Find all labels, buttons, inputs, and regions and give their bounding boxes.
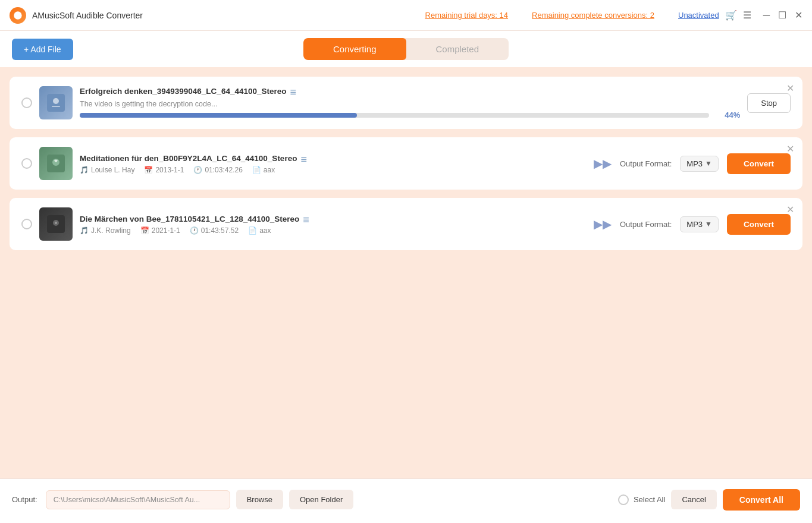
- card-item-2: ✕ Die Märchen von Bee_1781105421_LC_128_…: [10, 198, 802, 250]
- card-item-0: ✕ Erfolgreich denken_3949399046_LC_64_44…: [10, 77, 802, 129]
- date-icon-2: 📅: [140, 226, 149, 235]
- format-value-1: MP3: [686, 159, 703, 168]
- unactivated-button[interactable]: Unactivated: [678, 11, 719, 20]
- output-format-label-2: Output Format:: [620, 220, 672, 229]
- clock-icon-1: 🕐: [193, 166, 202, 174]
- output-path: C:\Users\micso\AMusicSoft\AMusicSoft Au.…: [46, 490, 230, 509]
- open-folder-button[interactable]: Open Folder: [289, 490, 353, 509]
- menu-icon[interactable]: ☰: [743, 10, 751, 21]
- card-meta-1: 🎵 Louise L. Hay 📅 2013-1-1 🕐 01:03:42.26…: [80, 166, 587, 174]
- forward-arrows-1: ▶▶: [594, 156, 612, 171]
- doc-icon-0: ≡: [290, 86, 296, 99]
- bottom-bar: Output: C:\Users\micso\AMusicSoft\AMusic…: [0, 478, 812, 520]
- progress-bar-fill-0: [80, 113, 357, 118]
- stop-button-0[interactable]: Stop: [747, 93, 791, 113]
- select-all-label: Select All: [634, 495, 665, 504]
- card-info-2: Die Märchen von Bee_1781105421_LC_128_44…: [80, 214, 587, 235]
- close-icon[interactable]: ✕: [795, 10, 802, 21]
- card-header-0: Erfolgreich denken_3949399046_LC_64_4410…: [21, 86, 791, 119]
- card-title-2: Die Märchen von Bee_1781105421_LC_128_44…: [80, 215, 299, 223]
- doc-icon-1: ≡: [300, 153, 307, 166]
- card-title-1: Meditationen für den_B00F9Y2L4A_LC_64_44…: [80, 154, 297, 163]
- progress-pct-0: 44%: [716, 111, 740, 119]
- duration-2: 🕐 01:43:57.52: [190, 226, 239, 235]
- maximize-icon[interactable]: ☐: [778, 10, 786, 21]
- file-icon-1: 📄: [252, 166, 261, 174]
- date-1: 📅 2013-1-1: [144, 166, 184, 174]
- format-chevron-1: ▼: [705, 159, 712, 168]
- card-header-1: Meditationen für den_B00F9Y2L4A_LC_64_44…: [21, 147, 791, 180]
- select-all-wrap: Select All: [618, 494, 665, 505]
- format-select-2[interactable]: MP3 ▼: [680, 216, 719, 232]
- tab-bar: + Add File Converting Completed: [0, 31, 812, 67]
- status-text-0: The video is getting the decryption code…: [80, 100, 740, 108]
- tab-converting[interactable]: Converting: [303, 38, 406, 60]
- author-1: 🎵 Louise L. Hay: [80, 166, 134, 174]
- select-radio-2[interactable]: [21, 219, 32, 229]
- close-card-0[interactable]: ✕: [786, 83, 794, 94]
- card-item-1: ✕ Meditationen für den_B00F9Y2L4A_LC_64_…: [10, 137, 802, 190]
- doc-icon-2: ≡: [303, 214, 309, 226]
- close-card-1[interactable]: ✕: [786, 143, 794, 155]
- select-all-radio[interactable]: [618, 494, 629, 505]
- app-title: AMusicSoft Audible Converter: [32, 11, 143, 20]
- format-select-1[interactable]: MP3 ▼: [680, 156, 719, 172]
- minimize-icon[interactable]: ─: [763, 10, 770, 21]
- trial-conversions: Remaining complete conversions: 2: [532, 11, 654, 20]
- svg-point-2: [53, 98, 59, 104]
- app-logo: [10, 7, 26, 24]
- queue-right-2: ▶▶ Output Format: MP3 ▼ Convert: [594, 214, 791, 235]
- progress-row-0: 44%: [80, 111, 740, 119]
- author-2: 🎵 J.K. Rowling: [80, 226, 131, 235]
- add-file-button[interactable]: + Add File: [12, 39, 73, 60]
- card-info-0: Erfolgreich denken_3949399046_LC_64_4410…: [80, 86, 740, 119]
- cancel-button[interactable]: Cancel: [671, 490, 716, 509]
- select-radio-1[interactable]: [21, 158, 32, 169]
- author-icon-1: 🎵: [80, 166, 89, 174]
- duration-1: 🕐 01:03:42.26: [193, 166, 242, 174]
- trial-days: Remaining trial days: 14: [425, 11, 508, 20]
- thumbnail-1: [39, 147, 73, 180]
- format-value-2: MP3: [686, 220, 703, 229]
- convert-button-1[interactable]: Convert: [727, 153, 791, 174]
- queue-right-1: ▶▶ Output Format: MP3 ▼ Convert: [594, 153, 791, 174]
- forward-arrows-2: ▶▶: [594, 217, 612, 231]
- cart-icon[interactable]: 🛒: [725, 10, 737, 21]
- card-meta-2: 🎵 J.K. Rowling 📅 2021-1-1 🕐 01:43:57.52 …: [80, 226, 587, 235]
- date-icon-1: 📅: [144, 166, 153, 174]
- convert-all-button[interactable]: Convert All: [723, 489, 800, 511]
- output-format-label-1: Output Format:: [620, 159, 672, 168]
- title-bar: AMusicSoft Audible Converter Remaining t…: [0, 0, 812, 31]
- format-1: 📄 aax: [252, 166, 275, 174]
- window-controls: ─ ☐ ✕: [763, 10, 802, 21]
- select-radio-0[interactable]: [21, 97, 32, 108]
- file-icon-2: 📄: [248, 226, 257, 235]
- date-2: 📅 2021-1-1: [140, 226, 180, 235]
- format-chevron-2: ▼: [705, 220, 712, 228]
- tab-group: Converting Completed: [303, 38, 509, 60]
- output-label: Output:: [12, 495, 37, 504]
- tab-completed[interactable]: Completed: [406, 38, 509, 60]
- card-info-1: Meditationen für den_B00F9Y2L4A_LC_64_44…: [80, 153, 587, 174]
- svg-point-8: [55, 222, 57, 224]
- progress-bar-bg-0: [80, 113, 709, 118]
- thumbnail-0: [39, 86, 73, 119]
- browse-button[interactable]: Browse: [236, 490, 283, 509]
- svg-point-0: [14, 11, 21, 19]
- convert-button-2[interactable]: Convert: [727, 214, 791, 235]
- author-icon-2: 🎵: [80, 226, 89, 235]
- thumbnail-2: [39, 207, 73, 241]
- svg-rect-3: [52, 106, 60, 107]
- format-2: 📄 aax: [248, 226, 271, 235]
- main-content: ✕ Erfolgreich denken_3949399046_LC_64_44…: [0, 67, 812, 478]
- clock-icon-2: 🕐: [190, 226, 199, 235]
- card-title-0: Erfolgreich denken_3949399046_LC_64_4410…: [80, 87, 286, 96]
- card-header-2: Die Märchen von Bee_1781105421_LC_128_44…: [21, 207, 791, 241]
- close-card-2[interactable]: ✕: [786, 204, 794, 215]
